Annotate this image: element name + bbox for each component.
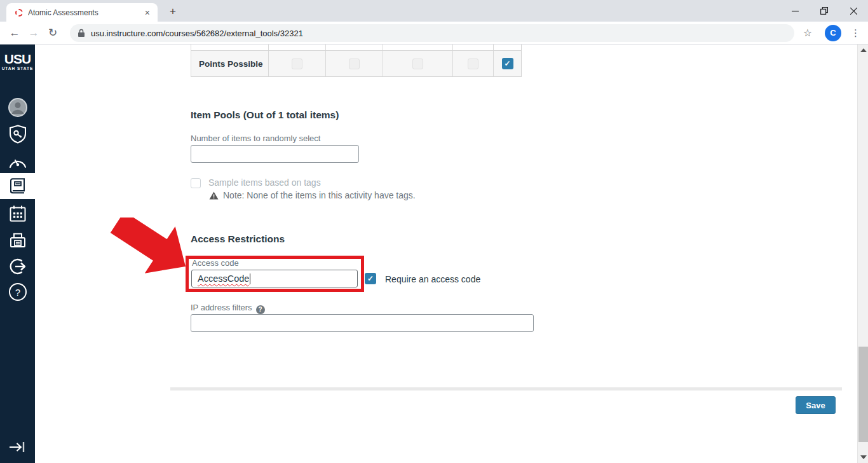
browser-menu-icon[interactable]: ⋮ [851,27,860,39]
sidebar-item-dashboard[interactable] [0,149,35,174]
browser-toolbar: ← → ↻ usu.instructure.com/courses/562682… [0,22,868,45]
points-possible-checkbox[interactable] [412,59,423,69]
access-code-input[interactable]: AccessCode [191,270,358,287]
tab-close-icon[interactable]: × [142,8,153,18]
window-controls [780,0,868,22]
sidebar-expand-button[interactable] [0,434,35,460]
ip-filters-label: IP address filters [191,303,252,312]
require-access-code-label: Require an access code [385,274,480,284]
profile-avatar[interactable]: C [825,25,841,41]
ip-filters-row: IP address filters? [191,301,265,314]
table-cell [269,51,326,76]
calendar-icon [9,205,27,223]
minimize-button[interactable] [780,0,810,22]
shield-key-icon [9,125,27,144]
table-cell [383,51,453,76]
random-select-input[interactable] [191,145,359,163]
book-icon [9,177,27,195]
table-checkbox-cells: ✓ [269,51,521,76]
bookmark-star-icon[interactable]: ☆ [803,27,812,39]
sidebar-item-admin[interactable] [0,121,35,147]
tab-strip: Atomic Assessments × + [0,0,868,22]
sidebar-item-inbox[interactable] [0,228,35,253]
scroll-down-icon[interactable] [860,455,867,459]
expand-arrow-icon [9,441,27,453]
table-cell [326,51,383,76]
close-window-button[interactable] [839,0,868,22]
settings-table: Points Possible ✓ [191,45,522,77]
account-avatar-icon [8,97,28,118]
sidebar-item-logout[interactable] [0,254,35,279]
main-content: Points Possible ✓ Item Pools (Out of 1 t… [35,45,857,463]
sidebar-item-calendar[interactable] [0,201,35,226]
points-possible-checkbox[interactable] [292,59,302,69]
ip-help-icon[interactable]: ? [256,305,265,314]
sign-out-icon [9,258,27,275]
points-possible-label: Points Possible [199,59,263,69]
table-row: Points Possible ✓ [191,51,522,77]
sidebar-item-help[interactable]: ? [0,279,35,305]
help-circle-icon: ? [8,282,27,301]
vertical-scrollbar[interactable] [857,45,868,463]
table-row-partial [191,45,522,51]
annotation-red-arrow [108,218,194,303]
access-restrictions-heading: Access Restrictions [191,233,285,245]
svg-text:?: ? [15,287,20,298]
canvas-sidebar: USU UTAH STATE [0,45,35,463]
item-pools-heading: Item Pools (Out of 1 total items) [191,109,339,121]
usu-logo[interactable]: USU UTAH STATE [0,52,35,71]
atomic-assessments-favicon-icon [15,9,23,17]
scroll-up-icon[interactable] [860,48,867,52]
forward-icon[interactable]: → [24,27,43,39]
points-possible-checkbox[interactable] [349,59,360,69]
access-code-value: AccessCode [198,273,249,284]
sample-tags-checkbox[interactable] [191,178,201,188]
table-cell [453,51,494,76]
require-access-code-checkbox[interactable]: ✓ [365,273,376,284]
browser-tab[interactable]: Atomic Assessments × [6,3,158,22]
text-caret [250,273,250,284]
lock-icon [78,29,85,38]
sample-tags-label: Sample items based on tags [208,177,321,188]
back-icon[interactable]: ← [5,27,24,39]
scrollbar-thumb[interactable] [858,347,868,442]
gauge-icon [8,153,27,170]
access-code-label: Access code [192,258,239,268]
random-select-label: Number of items to randomly select [191,134,320,143]
address-bar[interactable]: usu.instructure.com/courses/562682/exter… [70,24,794,42]
sidebar-item-courses[interactable] [0,173,35,199]
page-body: USU UTAH STATE [0,45,868,463]
restore-button[interactable] [810,0,839,22]
sidebar-item-account[interactable] [0,95,35,120]
points-possible-checkbox[interactable] [468,59,478,69]
url-text: usu.instructure.com/courses/562682/exter… [91,29,303,38]
points-possible-checkbox[interactable]: ✓ [502,58,513,69]
browser-window: Atomic Assessments × + ← → ↻ usu.instruc… [0,0,868,463]
warning-icon [209,191,219,200]
refresh-icon[interactable]: ↻ [43,26,62,39]
tab-title: Atomic Assessments [28,8,142,17]
footer-divider [170,387,842,390]
tags-note: Note: None of the items in this activity… [209,190,416,200]
new-tab-button[interactable]: + [165,4,180,20]
inbox-printer-icon [9,232,27,249]
save-button[interactable]: Save [796,396,836,414]
table-cell: ✓ [494,51,521,76]
ip-filters-input[interactable] [191,314,534,332]
